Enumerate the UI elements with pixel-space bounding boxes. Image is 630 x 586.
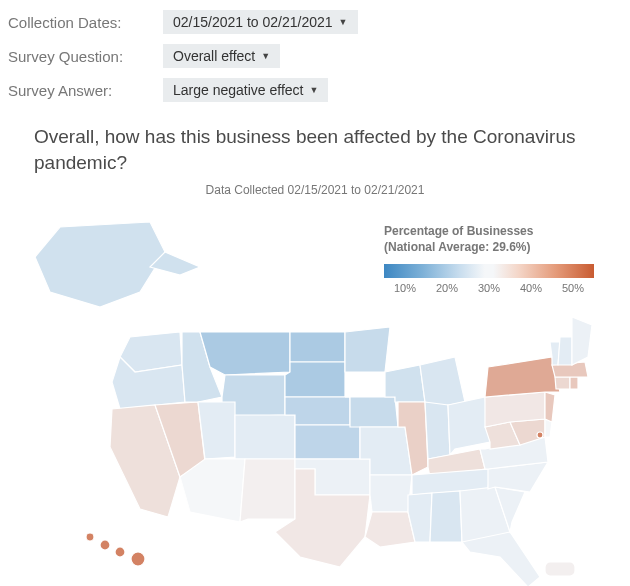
map-wrap: Percentage of Businesses (National Avera… bbox=[0, 197, 630, 586]
state-CT[interactable] bbox=[555, 377, 570, 389]
state-IN[interactable] bbox=[425, 402, 450, 459]
svg-point-3 bbox=[115, 547, 125, 557]
legend-line1: Percentage of Businesses bbox=[384, 223, 594, 239]
legend-line2: (National Average: 29.6%) bbox=[384, 239, 594, 255]
chevron-down-icon: ▼ bbox=[261, 51, 270, 61]
state-WI[interactable] bbox=[385, 365, 425, 402]
legend-title: Percentage of Businesses (National Avera… bbox=[384, 223, 594, 255]
legend: Percentage of Businesses (National Avera… bbox=[384, 223, 594, 293]
state-MT[interactable] bbox=[200, 332, 290, 375]
collection-dates-value: 02/15/2021 to 02/21/2021 bbox=[173, 14, 333, 30]
state-AK[interactable] bbox=[35, 222, 200, 307]
survey-question-dropdown[interactable]: Overall effect ▼ bbox=[163, 44, 280, 68]
controls: Collection Dates: 02/15/2021 to 02/21/20… bbox=[0, 0, 630, 116]
state-RI[interactable] bbox=[570, 377, 578, 389]
legend-tick: 30% bbox=[468, 282, 510, 294]
collection-dates-dropdown[interactable]: 02/15/2021 to 02/21/2021 ▼ bbox=[163, 10, 358, 34]
state-HI[interactable] bbox=[86, 533, 145, 566]
state-ND[interactable] bbox=[290, 332, 345, 362]
page-subtitle: Data Collected 02/15/2021 to 02/21/2021 bbox=[0, 183, 630, 197]
state-SD[interactable] bbox=[285, 362, 345, 397]
state-PR[interactable] bbox=[545, 562, 575, 576]
survey-question-value: Overall effect bbox=[173, 48, 255, 64]
legend-color-bar bbox=[384, 264, 594, 278]
state-NH[interactable] bbox=[558, 337, 572, 365]
legend-tick: 10% bbox=[384, 282, 426, 294]
page-title: Overall, how has this business been affe… bbox=[0, 116, 630, 175]
state-AR[interactable] bbox=[370, 475, 412, 512]
state-NM[interactable] bbox=[240, 459, 295, 522]
state-ME[interactable] bbox=[572, 317, 592, 365]
state-NJ[interactable] bbox=[545, 392, 555, 422]
row-collection-dates: Collection Dates: 02/15/2021 to 02/21/20… bbox=[8, 10, 622, 34]
state-NY[interactable] bbox=[485, 357, 560, 397]
row-survey-answer: Survey Answer: Large negative effect ▼ bbox=[8, 78, 622, 102]
chevron-down-icon: ▼ bbox=[339, 17, 348, 27]
state-AL[interactable] bbox=[430, 491, 462, 542]
svg-rect-5 bbox=[545, 562, 575, 576]
state-LA[interactable] bbox=[365, 512, 415, 547]
chevron-down-icon: ▼ bbox=[310, 85, 319, 95]
state-OH[interactable] bbox=[448, 397, 490, 455]
state-IA[interactable] bbox=[345, 397, 398, 427]
state-KS[interactable] bbox=[295, 425, 360, 459]
survey-answer-label: Survey Answer: bbox=[8, 82, 163, 99]
legend-tick: 50% bbox=[552, 282, 594, 294]
svg-point-4 bbox=[131, 552, 145, 566]
survey-answer-dropdown[interactable]: Large negative effect ▼ bbox=[163, 78, 328, 102]
svg-point-0 bbox=[537, 432, 543, 438]
legend-ticks: 10% 20% 30% 40% 50% bbox=[384, 282, 594, 294]
collection-dates-label: Collection Dates: bbox=[8, 14, 163, 31]
state-MN[interactable] bbox=[345, 327, 390, 372]
state-MI[interactable] bbox=[420, 357, 465, 407]
legend-tick: 20% bbox=[426, 282, 468, 294]
row-survey-question: Survey Question: Overall effect ▼ bbox=[8, 44, 622, 68]
state-FL[interactable] bbox=[462, 532, 540, 586]
legend-tick: 40% bbox=[510, 282, 552, 294]
state-CO[interactable] bbox=[235, 415, 295, 459]
state-DC[interactable] bbox=[537, 432, 543, 438]
survey-answer-value: Large negative effect bbox=[173, 82, 304, 98]
svg-point-1 bbox=[86, 533, 94, 541]
state-NE[interactable] bbox=[285, 397, 350, 425]
svg-point-2 bbox=[100, 540, 110, 550]
state-UT[interactable] bbox=[198, 402, 235, 459]
survey-question-label: Survey Question: bbox=[8, 48, 163, 65]
